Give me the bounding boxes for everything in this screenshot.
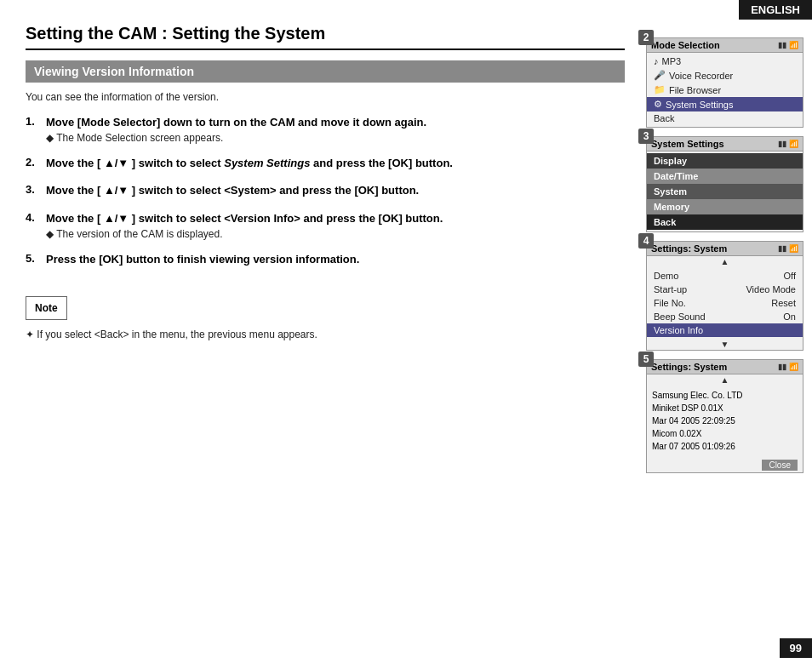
- language-badge: ENGLISH: [739, 0, 812, 20]
- screen-4: 4 Settings: System ▮▮ 📶 ▲ Demo Off Start…: [646, 241, 803, 351]
- step-2-italic: System Settings: [224, 157, 310, 169]
- screen-4-body: Demo Off Start-up Video Mode File No. Re…: [647, 267, 803, 339]
- battery-icon-3: ▮▮: [778, 140, 786, 148]
- step-1-sub: The Mode Selection screen appears.: [46, 132, 625, 144]
- signal-icon: 📶: [789, 41, 798, 49]
- step-4-sub: The version of the CAM is displayed.: [46, 228, 625, 240]
- screen-2-item-back: Back: [647, 111, 803, 125]
- screen-2: 2 Mode Selection ▮▮ 📶 ♪ MP3 🎤 Voice Reco…: [646, 37, 803, 128]
- file-icon: 📁: [654, 84, 666, 95]
- page-title: Setting the CAM : Setting the System: [26, 24, 625, 50]
- step-3: 3. Move the [ ▲/▼ ] switch to select <Sy…: [26, 183, 625, 198]
- screen-5-close-area: Close: [647, 456, 803, 472]
- screen-2-body: ♪ MP3 🎤 Voice Recorder 📁 File Browser ⚙ …: [647, 53, 803, 127]
- step-3-content: Move the [ ▲/▼ ] switch to select <Syste…: [46, 183, 625, 198]
- version-line-3: Mar 04 2005 22:09:25: [652, 414, 798, 427]
- step-1-num: 1.: [26, 115, 46, 144]
- step-2-main-before: Move the [ ▲/▼ ] switch to select: [46, 157, 224, 169]
- step-4-content: Move the [ ▲/▼ ] switch to select <Versi…: [46, 211, 625, 240]
- screen-5: 5 Settings: System ▮▮ 📶 ▲ Samsung Elec. …: [646, 359, 803, 473]
- step-2-num: 2.: [26, 156, 46, 171]
- step-5-num: 5.: [26, 252, 46, 267]
- battery-icon: ▮▮: [778, 41, 786, 49]
- intro-text: You can see the information of the versi…: [26, 91, 625, 103]
- step-3-num: 3.: [26, 183, 46, 198]
- screen-2-item-file: 📁 File Browser: [647, 83, 803, 97]
- step-1-main: Move [Mode Selector] down to turn on the…: [46, 115, 625, 130]
- screen-3-label: 3: [638, 129, 654, 144]
- screen-4-label: 4: [638, 233, 654, 249]
- step-3-main: Move the [ ▲/▼ ] switch to select <Syste…: [46, 183, 625, 198]
- screen-2-title: Mode Selection: [651, 40, 720, 50]
- note-text: If you select <Back> in the menu, the pr…: [26, 329, 625, 340]
- screen-5-icons: ▮▮ 📶: [778, 363, 798, 371]
- version-line-4: Micom 0.02X: [652, 427, 798, 440]
- version-line-1: Samsung Elec. Co. LTD: [652, 389, 798, 402]
- note-label: Note: [26, 296, 67, 320]
- screen-4-fileno: File No. Reset: [647, 296, 803, 310]
- screen-4-beep: Beep Sound On: [647, 310, 803, 323]
- screen-5-label: 5: [638, 352, 654, 367]
- step-5-main: Press the [OK] button to finish viewing …: [46, 252, 625, 267]
- step-4-num: 4.: [26, 211, 46, 240]
- signal-icon-3: 📶: [789, 140, 798, 148]
- screen-4-startup: Start-up Video Mode: [647, 283, 803, 296]
- battery-icon-4: ▮▮: [778, 244, 786, 253]
- system-icon: ⚙: [654, 99, 662, 110]
- step-5-content: Press the [OK] button to finish viewing …: [46, 252, 625, 267]
- step-2-main: Move the [ ▲/▼ ] switch to select System…: [46, 156, 625, 171]
- screen-2-icons: ▮▮ 📶: [778, 41, 798, 49]
- page-number: 99: [780, 638, 812, 658]
- voice-icon: 🎤: [654, 70, 666, 81]
- close-button[interactable]: Close: [762, 460, 798, 471]
- screen-2-item-voice: 🎤 Voice Recorder: [647, 68, 803, 83]
- screen-3-title: System Settings: [651, 139, 724, 149]
- right-panel: 2 Mode Selection ▮▮ 📶 ♪ MP3 🎤 Voice Reco…: [638, 24, 803, 482]
- screen-2-titlebar: Mode Selection ▮▮ 📶: [647, 38, 803, 53]
- screen-4-arrow-down: ▼: [647, 339, 803, 350]
- step-1: 1. Move [Mode Selector] down to turn on …: [26, 115, 625, 144]
- battery-icon-5: ▮▮: [778, 363, 786, 371]
- step-5: 5. Press the [OK] button to finish viewi…: [26, 252, 625, 267]
- screen-3-datetime: Date/Time: [647, 169, 803, 184]
- version-line-2: Miniket DSP 0.01X: [652, 402, 798, 414]
- step-2-main-after: and press the [OK] button.: [310, 157, 453, 169]
- main-content: Setting the CAM : Setting the System Vie…: [26, 24, 625, 637]
- screen-5-arrow-up: ▲: [647, 374, 803, 386]
- screen-3-memory: Memory: [647, 199, 803, 214]
- step-1-content: Move [Mode Selector] down to turn on the…: [46, 115, 625, 144]
- screen-2-item-system: ⚙ System Settings: [647, 97, 803, 111]
- screen-3-back: Back: [647, 214, 803, 230]
- screen-4-titlebar: Settings: System ▮▮ 📶: [647, 242, 803, 256]
- screen-5-titlebar: Settings: System ▮▮ 📶: [647, 360, 803, 374]
- section-header: Viewing Version Information: [26, 60, 625, 83]
- signal-icon-4: 📶: [789, 244, 798, 253]
- version-line-5: Mar 07 2005 01:09:26: [652, 440, 798, 453]
- signal-icon-5: 📶: [789, 363, 798, 371]
- screen-2-label: 2: [638, 30, 654, 45]
- screen-4-icons: ▮▮ 📶: [778, 244, 798, 253]
- screen-4-arrow-up: ▲: [647, 256, 803, 267]
- screen-3-icons: ▮▮ 📶: [778, 140, 798, 148]
- mp3-icon: ♪: [654, 56, 659, 66]
- step-2-content: Move the [ ▲/▼ ] switch to select System…: [46, 156, 625, 171]
- screen-3-display: Display: [647, 153, 803, 169]
- step-4-main: Move the [ ▲/▼ ] switch to select <Versi…: [46, 211, 625, 226]
- screen-5-version-info: Samsung Elec. Co. LTD Miniket DSP 0.01X …: [647, 386, 803, 456]
- screen-3-body: Display Date/Time System Memory Back: [647, 151, 803, 231]
- step-2: 2. Move the [ ▲/▼ ] switch to select Sys…: [26, 156, 625, 171]
- screen-3-titlebar: System Settings ▮▮ 📶: [647, 137, 803, 151]
- screen-4-title: Settings: System: [651, 243, 727, 254]
- screen-2-item-mp3: ♪ MP3: [647, 54, 803, 68]
- screen-3-system: System: [647, 184, 803, 199]
- screen-4-version: Version Info: [647, 323, 803, 337]
- screen-4-demo: Demo Off: [647, 269, 803, 283]
- screen-5-title: Settings: System: [651, 362, 727, 372]
- step-4: 4. Move the [ ▲/▼ ] switch to select <Ve…: [26, 211, 625, 240]
- screen-3: 3 System Settings ▮▮ 📶 Display Date/Time…: [646, 136, 803, 232]
